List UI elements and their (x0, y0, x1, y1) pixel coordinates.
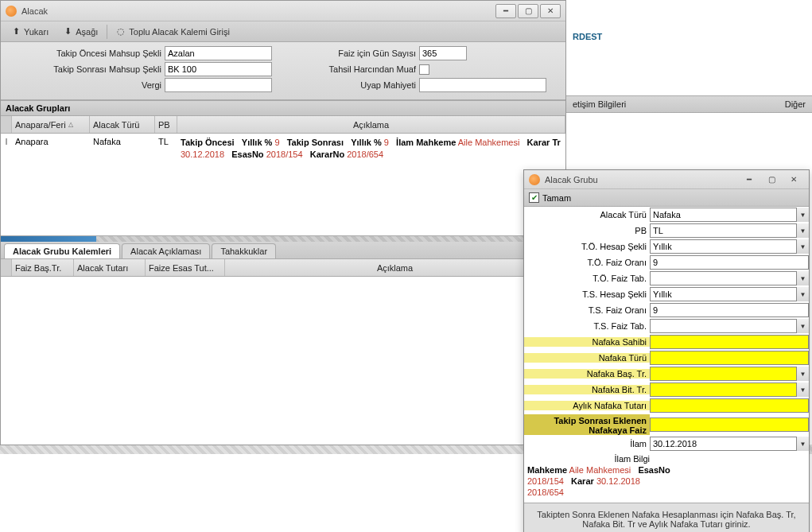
down-button[interactable]: ⬇ Aşağı (57, 25, 103, 39)
loading-icon: ◌ (116, 27, 126, 37)
partial-text: RDEST (566, 27, 812, 46)
col-anapara-feri[interactable]: Anapara/Feri △ (12, 116, 90, 133)
col-alacak-turu[interactable]: Alacak Türü (90, 116, 155, 133)
arrow-up-icon: ⬆ (11, 27, 21, 37)
label-dlg-aylik-nafaka: Aylık Nafaka Tutarı (524, 401, 650, 410)
bg-tab-contact[interactable]: etişim Bilgileri (573, 99, 626, 109)
up-button[interactable]: ⬆ Yukarı (6, 25, 54, 39)
bulk-label: Toplu Alacak Kalemi Girişi (129, 27, 230, 37)
label-takip-oncesi-mahsup: Takip Öncesi Mahsup Şekli (6, 49, 165, 58)
bg-tab-other[interactable]: Diğer (785, 99, 806, 109)
divider-strip (1, 235, 565, 242)
grid1-header: Anapara/Feri △ Alacak Türü PB Açıklama (1, 116, 565, 134)
label-dlg-to-orani: T.Ö. Faiz Oranı (524, 258, 650, 267)
field-to-orani[interactable] (650, 255, 809, 270)
cell-alacak-turu: Nafaka (90, 135, 155, 148)
field-aylik-nafaka[interactable] (650, 398, 809, 413)
tab-alacak-grubu-kalemleri[interactable]: Alacak Grubu Kalemleri (4, 243, 120, 258)
up-label: Yukarı (24, 27, 49, 37)
grid2-header: Faiz Baş.Tr. Alacak Tutarı Faize Esas Tu… (1, 259, 565, 277)
checkbox-tahsil-harcindan-muaf[interactable] (419, 64, 429, 75)
close-button[interactable]: ✕ (540, 4, 561, 18)
form-area: Takip Öncesi Mahsup Şekli Takip Sonrası … (1, 42, 565, 100)
tamam-button[interactable]: Tamam (542, 193, 571, 203)
cell-description: Takip Öncesi Yıllık % 9 Takip Sonrası Yı… (177, 135, 565, 162)
alacak-grubu-dialog: Alacak Grubu ━ ▢ ✕ ✔ Tamam Alacak Türü ▼… (523, 169, 810, 532)
dialog-titlebar: Alacak Grubu ━ ▢ ✕ (524, 170, 809, 189)
dialog-close-button[interactable]: ✕ (783, 173, 804, 187)
field-nafaka-sahibi[interactable] (650, 335, 809, 349)
label-takip-sonrasi-mahsup: Takip Sonrası Mahsup Şekli (6, 64, 165, 74)
grid1-row[interactable]: I Anapara Nafaka TL Takip Öncesi Yıllık … (1, 134, 565, 164)
combo-pb[interactable]: ▼ (650, 223, 809, 238)
tab-tahakkuklar[interactable]: Tahakkuklar (212, 243, 276, 258)
alacak-window: Alacak ━ ▢ ✕ ⬆ Yukarı ⬇ Aşağı ◌ Toplu Al… (0, 0, 566, 445)
label-dlg-takip-sonrasi-eklenen: Takip Sonrası Eklenen Nafakaya Faiz (524, 414, 650, 435)
col-alacak-tutari[interactable]: Alacak Tutarı (74, 259, 146, 276)
tab-alacak-aciklamasi[interactable]: Alacak Açıklaması (122, 243, 210, 258)
label-dlg-ts-tab: T.S. Faiz Tab. (524, 321, 650, 331)
tabs: Alacak Grubu Kalemleri Alacak Açıklaması… (1, 242, 565, 259)
app-icon (6, 6, 17, 17)
chevron-down-icon: ▼ (796, 319, 809, 333)
col-aciklama-2[interactable]: Açıklama (225, 259, 565, 276)
combo-to-tab[interactable]: ▼ (650, 271, 809, 285)
chevron-down-icon: ▼ (796, 287, 809, 301)
dialog-toolbar: ✔ Tamam (524, 189, 809, 207)
chevron-down-icon: ▼ (796, 239, 809, 254)
dialog-footer-text: Takipten Sonra Eklenen Nafaka Hesaplanma… (524, 503, 809, 532)
dialog-form: Alacak Türü ▼ PB ▼ T.Ö. Hesap Şekli ▼ T.… (524, 207, 809, 503)
col-aciklama[interactable]: Açıklama (177, 116, 565, 133)
field-nafaka-turu[interactable] (650, 351, 809, 365)
label-dlg-nafaka-bit: Nafaka Bit. Tr. (524, 385, 650, 394)
toolbar: ⬆ Yukarı ⬇ Aşağı ◌ Toplu Alacak Kalemi G… (1, 21, 565, 42)
field-takip-sonrasi-mahsup[interactable] (165, 62, 272, 76)
col-faiz-bas-tr[interactable]: Faiz Baş.Tr. (12, 259, 74, 276)
grid2-indicator-header (1, 259, 12, 276)
label-dlg-nafaka-sahibi: Nafaka Sahibi (524, 337, 650, 347)
field-ts-orani[interactable] (650, 303, 809, 317)
field-vergi[interactable] (165, 78, 272, 92)
minimize-button[interactable]: ━ (495, 4, 516, 18)
field-takip-oncesi-mahsup[interactable] (165, 46, 272, 60)
label-vergi: Vergi (6, 80, 165, 90)
field-faiz-gun-sayisi[interactable] (419, 46, 467, 60)
ilam-bilgi-block: İlam Bilgi Mahkeme Aile Mahkemesi EsasNo… (524, 452, 809, 503)
combo-to-hesap[interactable]: ▼ (650, 239, 809, 254)
combo-ilam[interactable]: ▼ (650, 437, 809, 451)
label-uyap-mahiyeti: Uyap Mahiyeti (284, 80, 419, 90)
down-label: Aşağı (76, 27, 98, 37)
field-takip-sonrasi-eklenen[interactable] (650, 417, 809, 432)
combo-ts-tab[interactable]: ▼ (650, 319, 809, 333)
window-title: Alacak (21, 6, 495, 16)
label-dlg-ilam-bilgi: İlam Bilgi (527, 453, 653, 464)
combo-nafaka-bas[interactable]: ▼ (650, 367, 809, 381)
grid2-body (1, 277, 565, 424)
col-faize-esas-tut[interactable]: Faize Esas Tut... (146, 259, 225, 276)
combo-nafaka-bit[interactable]: ▼ (650, 382, 809, 397)
chevron-down-icon: ▼ (796, 367, 809, 381)
label-tahsil-harcindan-muaf: Tahsil Harcından Muaf (284, 64, 419, 74)
combo-ts-hesap[interactable]: ▼ (650, 287, 809, 301)
dialog-maximize-button[interactable]: ▢ (761, 173, 782, 187)
label-faiz-gun-sayisi: Faiz için Gün Sayısı (284, 49, 419, 58)
dialog-app-icon (529, 174, 540, 185)
combo-alacak-turu[interactable]: ▼ (650, 208, 809, 222)
row-indicator-header (1, 116, 12, 133)
row-indicator-icon: I (1, 135, 12, 148)
field-uyap-mahiyeti[interactable] (419, 78, 546, 92)
background-tabbar: etişim Bilgileri Diğer (566, 95, 812, 113)
label-dlg-nafaka-turu: Nafaka Türü (524, 353, 650, 363)
dialog-minimize-button[interactable]: ━ (739, 173, 760, 187)
chevron-down-icon: ▼ (796, 271, 809, 285)
col-pb[interactable]: PB (155, 116, 177, 133)
label-dlg-to-tab: T.Ö. Faiz Tab. (524, 274, 650, 283)
label-dlg-to-hesap: T.Ö. Hesap Şekli (524, 242, 650, 251)
chevron-down-icon: ▼ (796, 223, 809, 238)
check-icon: ✔ (529, 192, 539, 203)
sort-asc-icon: △ (68, 121, 73, 128)
label-dlg-nafaka-bas: Nafaka Baş. Tr. (524, 369, 650, 379)
dialog-title: Alacak Grubu (545, 175, 739, 184)
bulk-entry-button[interactable]: ◌ Toplu Alacak Kalemi Girişi (111, 25, 235, 39)
maximize-button[interactable]: ▢ (518, 4, 538, 18)
